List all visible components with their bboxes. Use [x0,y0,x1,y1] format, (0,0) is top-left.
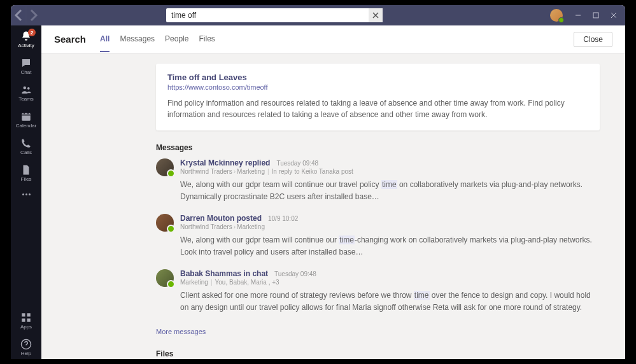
rail-more-button[interactable] [22,188,31,200]
rail-activity-label: Activity [18,43,34,48]
rail-apps-label: Apps [20,324,32,330]
rail-calls[interactable]: Calls [11,135,41,158]
messages-heading: Messages [156,143,600,152]
my-avatar[interactable] [550,9,563,22]
rail-apps[interactable]: Apps [11,309,41,332]
message-time: Tuesday 09:48 [274,270,316,277]
rail-calendar-label: Calendar [16,123,36,129]
search-tabs: All Messages People Files [100,27,215,52]
message-breadcrumb: Northwind Traders›Marketing|In reply to … [180,168,600,175]
message-author: Darren Mouton posted [180,214,262,223]
svg-rect-0 [593,13,598,18]
close-button[interactable]: Close [574,32,612,47]
search-box[interactable] [166,8,383,22]
rail-calls-label: Calls [20,150,32,155]
minimize-button[interactable] [569,6,587,24]
rail-chat-label: Chat [21,69,32,75]
promoted-url: https://www.contoso.com/timeoff [167,83,588,91]
maximize-button[interactable] [587,6,605,24]
results-panel[interactable]: Time off and Leaves https://www.contoso.… [41,53,625,359]
message-author: Babak Shammas in chat [180,269,268,278]
rail-help-label: Help [21,351,31,356]
clear-search-button[interactable] [369,8,383,22]
tab-files[interactable]: Files [199,34,215,52]
close-window-button[interactable] [605,6,623,24]
svg-point-1 [24,87,27,90]
more-messages-link[interactable]: More messages [156,328,206,335]
tab-messages[interactable]: Messages [120,34,155,52]
search-page: Search All Messages People Files Close T… [41,25,625,359]
rail-chat[interactable]: Chat [11,55,41,78]
avatar [156,158,174,176]
nav-forward-button[interactable] [26,9,39,22]
promoted-result[interactable]: Time off and Leaves https://www.contoso.… [156,64,600,130]
rail-activity[interactable]: 2 Activity [11,28,41,51]
message-author: Krystal Mckinney replied [180,158,270,167]
message-snippet: Client asked for one more round of strat… [180,290,600,313]
message-snippet: We, along with our gdpr team will contin… [180,234,600,258]
message-result[interactable]: Babak Shammas in chat Tuesday 09:48 Mark… [156,269,600,313]
svg-rect-6 [22,319,25,322]
rail-calendar[interactable]: Calendar [11,108,41,131]
tab-people[interactable]: People [165,34,188,52]
rail-files-label: Files [21,176,32,182]
svg-rect-3 [22,113,31,121]
svg-rect-7 [27,319,31,322]
message-breadcrumb: Northwind Traders›Marketing [180,223,600,230]
nav-back-button[interactable] [13,9,26,22]
avatar [156,214,174,232]
rail-teams-label: Teams [18,96,34,102]
message-breadcrumb: Marketing|You, Babak, Maria , +3 [180,279,600,286]
rail-help[interactable]: Help [11,336,41,359]
activity-badge: 2 [28,29,36,36]
message-time: 10/9 10:02 [268,215,298,222]
page-header: Search All Messages People Files Close [41,25,625,53]
svg-point-2 [27,87,30,90]
message-result[interactable]: Darren Mouton posted 10/9 10:02 Northwin… [156,214,600,258]
svg-rect-4 [22,313,25,316]
page-title: Search [54,34,86,45]
rail-files[interactable]: Files [11,162,41,185]
titlebar [11,5,625,25]
avatar [156,269,174,287]
app-rail: 2 Activity Chat Teams Calendar Calls Fil… [11,25,41,359]
message-snippet: We, along with our gdpr team will contin… [180,179,600,202]
search-input[interactable] [166,11,369,20]
message-result[interactable]: Krystal Mckinney replied Tuesday 09:48 N… [156,158,600,202]
svg-rect-5 [27,313,31,316]
tab-all[interactable]: All [100,34,110,52]
message-time: Tuesday 09:48 [276,160,318,167]
promoted-title: Time off and Leaves [167,73,588,82]
promoted-desc: Find policy information and resources re… [167,97,588,120]
rail-teams[interactable]: Teams [11,81,41,104]
files-heading: Files [156,349,600,358]
